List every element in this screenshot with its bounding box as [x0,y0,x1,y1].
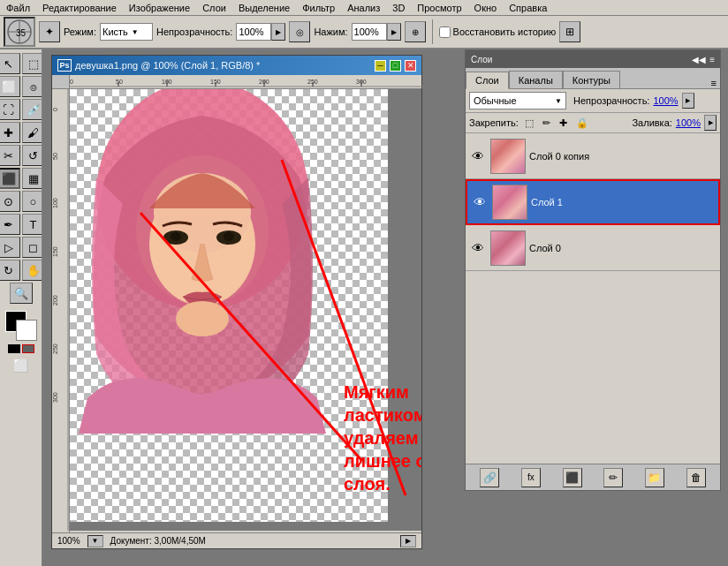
svg-text:35: 35 [16,28,27,38]
menu-window[interactable]: Окно [472,3,500,13]
blend-mode-row: Обычные Непрозрачность: 100% ▶ [466,89,720,113]
document-window: Ps девушка1.png @ 100% (Слой 1, RGB/8) *… [51,55,422,549]
layer-thumb-0-copy [490,139,526,174]
doc-titlebar: Ps девушка1.png @ 100% (Слой 1, RGB/8) *… [52,56,421,75]
mask-btn[interactable]: ⬛ [563,468,582,487]
tool-crop[interactable]: ⛶ [0,99,20,120]
menu-select[interactable]: Выделение [236,3,292,13]
tool-history-brush[interactable]: ↺ [22,145,43,166]
tool-eyedropper[interactable]: 💉 [22,99,43,120]
layer-row-0[interactable]: 👁 Слой 0 [466,225,720,271]
tool-dodge[interactable]: ○ [22,191,43,212]
tool-move[interactable]: ↖ [0,53,20,74]
tab-paths[interactable]: Контуры [563,71,620,88]
tool-blur[interactable]: ⊙ [0,191,20,212]
opacity-arrow-btn[interactable]: ▶ [682,93,694,109]
delete-layer-btn[interactable]: 🗑 [686,468,706,487]
menu-image[interactable]: Изображение [126,3,193,13]
layer-row-0-copy[interactable]: 👁 Слой 0 копия [466,133,720,179]
tablet-icon[interactable]: ⊞ [559,21,580,42]
doc-maximize-btn[interactable]: □ [390,60,401,72]
menu-view[interactable]: Просмотр [414,3,464,13]
panel-collapse-btn[interactable]: ◀◀ [692,55,706,64]
svg-text:50: 50 [52,153,58,160]
tool-hand[interactable]: ✋ [22,260,43,281]
ruler-top: 0 50 100 150 200 250 300 [52,75,421,89]
panel-bottom: 🔗 fx ⬛ ✏ 📁 🗑 [466,464,720,490]
group-btn[interactable]: 📁 [645,468,664,487]
lock-all-btn[interactable]: 🔒 [573,117,591,130]
layer-eye-1[interactable]: 👁 [471,193,489,211]
lock-pixels-btn[interactable]: ✏ [540,117,553,130]
tool-eraser[interactable]: ⬛ [0,168,20,189]
link-layers-btn[interactable]: 🔗 [480,468,499,487]
tool-shape[interactable]: ◻ [22,237,43,258]
fx-btn[interactable]: fx [521,468,541,487]
opacity-value[interactable]: 100% [653,95,678,106]
tool-stamp[interactable]: ✂ [0,145,20,166]
lock-label: Закрепить: [469,117,519,128]
status-arrow[interactable]: ▶ [400,535,416,547]
toolbar: 35 ✦ Режим: Кисть Непрозрачность: 100% ▶… [0,16,728,49]
menu-layers[interactable]: Слои [200,3,229,13]
layer-eye-0-copy[interactable]: 👁 [469,147,487,165]
lock-position-btn[interactable]: ✚ [557,117,570,130]
tool-zoom[interactable]: 🔍 [10,283,33,304]
svg-text:150: 150 [210,79,221,85]
menu-edit[interactable]: Редактирование [40,3,119,13]
quick-mask-off[interactable] [8,344,20,353]
menu-3d[interactable]: 3D [390,3,407,13]
opacity-arrow[interactable]: ▶ [271,23,285,41]
tool-gradient[interactable]: ▦ [22,168,43,189]
doc-close-btn[interactable]: ✕ [405,60,416,72]
tool-lasso[interactable]: ⌾ [22,76,43,97]
pressure-input[interactable]: 100% [352,23,387,41]
tool-3d-rotate[interactable]: ↻ [0,260,20,281]
history-checkbox[interactable] [439,26,451,38]
opacity-label: Непрозрачность: [573,95,649,106]
ps-icon: Ps [57,59,72,72]
tool-healing[interactable]: ✚ [0,122,20,143]
blend-mode-dropdown[interactable]: Обычные [469,92,566,109]
fill-value[interactable]: 100% [676,117,701,128]
menu-filter[interactable]: Фильтр [300,3,337,13]
pressure2-icon[interactable]: ⊕ [405,21,426,42]
tool-artboard[interactable]: ⬚ [22,53,43,74]
layer-name-0: Слой 0 [529,243,717,253]
menu-analyze[interactable]: Анализ [345,3,383,13]
mode-label: Режим: [64,26,96,37]
quick-mask-on[interactable] [22,344,34,353]
screen-mode[interactable]: ⬜ [13,358,28,373]
background-color[interactable] [16,320,37,341]
tool-marquee[interactable]: ⬜ [0,76,20,97]
doc-minimize-btn[interactable]: ─ [375,60,386,72]
panel-menu-btn[interactable]: ≡ [709,55,715,64]
layer-eye-0[interactable]: 👁 [469,239,487,257]
zoom-dropdown[interactable]: ▼ [87,535,103,547]
pressure-arrow[interactable]: ▶ [387,23,401,41]
menu-file[interactable]: Файл [4,3,33,13]
panel-options-btn[interactable]: ≡ [711,78,717,88]
zoom-level: 100% [57,536,80,546]
tool-brush[interactable]: 🖌 [22,122,43,143]
layer-row-1[interactable]: 👁 Слой 1 [466,179,720,225]
airbrush-icon[interactable]: ✦ [39,21,60,42]
tab-layers[interactable]: Слои [466,72,509,89]
tab-channels[interactable]: Каналы [509,71,563,88]
fill-label: Заливка: [632,117,671,128]
tool-type[interactable]: T [22,214,43,235]
fill-arrow-btn[interactable]: ▶ [704,115,717,131]
pressure-icon[interactable]: ◎ [289,21,310,42]
layer-thumb-0 [490,230,526,266]
svg-text:250: 250 [307,79,318,85]
lock-transparent-btn[interactable]: ⬚ [522,117,536,130]
mode-dropdown[interactable]: Кисть [100,23,153,41]
opacity-input[interactable]: 100% [236,23,271,41]
tool-pen[interactable]: ✒ [0,214,20,235]
tool-path-select[interactable]: ▷ [0,237,20,258]
adj-btn[interactable]: ✏ [603,468,623,487]
menu-help[interactable]: Справка [506,3,550,13]
doc-content: 0 50 100 150 200 250 300 [52,89,421,548]
panel-title: Слои [471,55,492,64]
brush-tool-icon[interactable]: 35 [4,17,35,47]
